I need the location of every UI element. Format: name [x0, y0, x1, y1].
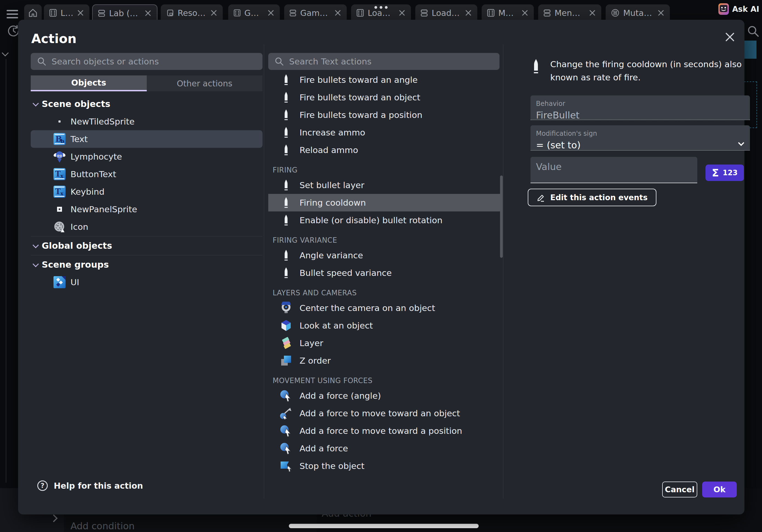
modification-sign-select[interactable]: Modification's sign = (set to): [530, 125, 750, 151]
object-newpanelsprite[interactable]: NewPanelSprite: [31, 200, 263, 218]
scene-groups-header[interactable]: Scene groups: [31, 256, 263, 273]
scene-icon: [356, 8, 364, 18]
action-item[interactable]: Fire bullets toward a position: [268, 106, 500, 124]
lymphocyte-sprite-icon: [53, 151, 66, 163]
tiled-sprite-icon: [53, 115, 66, 127]
bullet-icon: [280, 249, 292, 262]
action-item-selected[interactable]: Firing cooldown: [268, 194, 500, 211]
close-icon[interactable]: [589, 9, 596, 17]
dialog-title: Action: [31, 31, 77, 46]
tab-game-scene[interactable]: Game: [228, 4, 280, 21]
action-item[interactable]: Add a force (angle): [268, 387, 500, 405]
tab-other-actions[interactable]: Other actions: [147, 75, 263, 91]
object-icon[interactable]: Icon: [31, 218, 263, 236]
expression-builder-button[interactable]: Σ 123: [706, 165, 744, 181]
sigma-icon: Σ: [712, 167, 719, 179]
scene-icon: [234, 8, 241, 18]
value-field[interactable]: [530, 157, 697, 183]
objects-search-input[interactable]: [51, 56, 257, 66]
bullet-icon: [280, 126, 292, 139]
top-tab-bar: Lab Lab (Ev... Resour... Game Game (... …: [0, 0, 762, 21]
action-item[interactable]: Enable (or disable) bullet rotation: [268, 211, 500, 229]
add-condition-link[interactable]: Add condition: [70, 520, 135, 531]
action-item[interactable]: Bullet speed variance: [268, 264, 500, 282]
close-icon[interactable]: [334, 9, 341, 17]
vertical-scrollbar[interactable]: [500, 176, 503, 258]
tab-game-events[interactable]: Game (...: [284, 4, 347, 21]
global-objects-header[interactable]: Global objects: [31, 237, 263, 255]
action-item[interactable]: Add a force to move toward a position: [268, 422, 500, 440]
horizontal-scrollbar[interactable]: [289, 524, 479, 528]
value-input[interactable]: [536, 161, 692, 172]
bullet-icon: [280, 73, 292, 86]
actions-list: Fire bullets toward an angle Fire bullet…: [268, 71, 500, 475]
actions-search-input[interactable]: [289, 56, 494, 66]
close-icon[interactable]: [521, 9, 528, 17]
action-item[interactable]: Fire bullets toward an angle: [268, 71, 500, 89]
force-icon: [280, 389, 292, 402]
object-keybind[interactable]: T x Keybind: [31, 183, 263, 200]
action-item[interactable]: Fire bullets toward an object: [268, 89, 500, 106]
search-icon: [37, 56, 47, 66]
tab-lab-events-active[interactable]: Lab (Ev...: [92, 4, 157, 21]
action-item[interactable]: Set bullet layer: [268, 176, 500, 194]
tab-resources[interactable]: Resour...: [161, 4, 223, 21]
close-icon[interactable]: [267, 9, 274, 17]
objects-tree: Scene objects NewTiledSprite B b Text: [31, 95, 263, 291]
edit-action-events-button[interactable]: Edit this action events: [528, 189, 656, 206]
tab-mutation-external-events[interactable]: Mutation: [606, 4, 670, 21]
actions-search[interactable]: [268, 53, 499, 70]
scene-objects-header[interactable]: Scene objects: [31, 95, 263, 113]
ok-button[interactable]: Ok: [702, 482, 737, 497]
close-icon[interactable]: [398, 9, 406, 17]
tab-loading-events[interactable]: Loadin...: [415, 4, 477, 21]
svg-text:T: T: [55, 187, 61, 196]
action-item[interactable]: Center the camera on an object: [268, 299, 500, 317]
action-item[interactable]: Increase ammo: [268, 124, 500, 141]
group-ui[interactable]: UI: [31, 273, 263, 291]
tab-objects[interactable]: Objects: [31, 75, 147, 91]
bbtext-object-icon: T x: [53, 186, 66, 198]
close-icon[interactable]: [144, 10, 151, 17]
tab-menu-events[interactable]: Menu (...: [538, 4, 601, 21]
action-item[interactable]: Add a force: [268, 440, 500, 457]
object-buttontext[interactable]: T x ButtonText: [31, 165, 263, 183]
hamburger-menu-icon[interactable]: [7, 10, 18, 19]
action-item[interactable]: Stop the object: [268, 457, 500, 475]
action-item[interactable]: Reload ammo: [268, 141, 500, 159]
action-item[interactable]: Angle variance: [268, 247, 500, 264]
left-tabs: Objects Other actions: [31, 75, 263, 91]
events-icon: [544, 9, 551, 18]
panel-sprite-icon: [53, 203, 66, 215]
close-icon[interactable]: [210, 9, 217, 17]
chevron-down-icon: [33, 261, 39, 267]
close-icon[interactable]: [465, 9, 472, 17]
ask-ai-button[interactable]: Ask AI: [718, 3, 759, 15]
tab-lab-scene[interactable]: Lab: [44, 4, 89, 21]
close-icon[interactable]: [657, 9, 664, 17]
action-dialog: Action Objects Other actions Scene objec…: [18, 20, 744, 514]
object-newtiledsprite[interactable]: NewTiledSprite: [31, 113, 263, 130]
objects-search[interactable]: [31, 53, 263, 70]
action-item[interactable]: Look at an object: [268, 317, 500, 334]
external-events-icon: [611, 8, 619, 18]
bullet-icon: [280, 196, 292, 209]
action-item[interactable]: Layer: [268, 334, 500, 352]
home-tab[interactable]: [24, 4, 42, 21]
chevron-down-icon[interactable]: [2, 49, 9, 56]
pencil-icon: [537, 193, 545, 202]
object-text[interactable]: B b Text: [31, 130, 263, 148]
bullet-icon: [280, 109, 292, 121]
help-for-action-link[interactable]: ? Help for this action: [37, 481, 143, 491]
bullet-icon: [280, 214, 292, 227]
section-header: FIRING VARIANCE: [268, 229, 500, 247]
action-item[interactable]: Z order: [268, 352, 500, 369]
tab-loading-scene[interactable]: Loading: [351, 4, 411, 21]
action-item[interactable]: Add a force to move toward an object: [268, 405, 500, 422]
chevron-down-icon: [33, 242, 39, 249]
close-icon[interactable]: [77, 9, 84, 17]
object-lymphocyte[interactable]: Lymphocyte: [31, 148, 263, 165]
tab-menu-scene[interactable]: Menu: [482, 4, 534, 21]
cancel-button[interactable]: Cancel: [662, 482, 697, 497]
svg-text:T: T: [55, 170, 61, 178]
